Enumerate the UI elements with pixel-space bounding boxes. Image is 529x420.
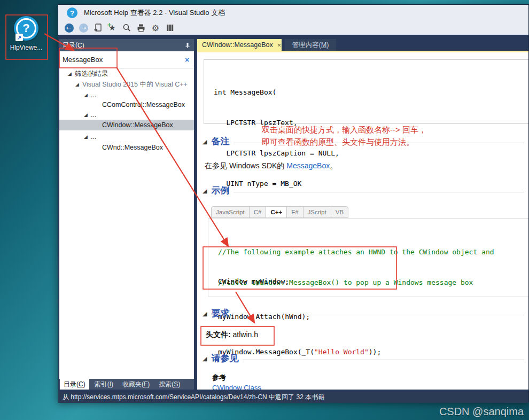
tab-contents[interactable]: 目录(C) bbox=[60, 379, 89, 390]
section-title[interactable]: 示例 bbox=[211, 184, 229, 197]
title-bar[interactable]: ? Microsoft Help 查看器 2.2 - Visual Studio… bbox=[58, 5, 528, 21]
cwindow-class-link[interactable]: CWindow Class bbox=[212, 384, 261, 390]
tab-search[interactable]: 搜索(S) bbox=[155, 379, 184, 390]
status-bar: 从 http://services.mtps.microsoft.com/Ser… bbox=[58, 392, 528, 403]
syntax-code-block: int MessageBox( LPCTSTR lpszText, LPCTST… bbox=[204, 59, 528, 124]
tree-item-filtered-results[interactable]: ◢筛选的结果 bbox=[59, 68, 194, 79]
status-text: 从 http://services.mtps.microsoft.com/Ser… bbox=[63, 393, 324, 402]
forward-icon: → bbox=[79, 24, 88, 33]
print-button[interactable] bbox=[136, 22, 146, 33]
watermark: CSDN @sanqima bbox=[439, 406, 524, 418]
sync-toc-icon bbox=[93, 23, 103, 33]
tree-item-label: Visual Studio 2015 中的 Visual C++ bbox=[82, 80, 188, 89]
shortcut-arrow-icon: ↗ bbox=[15, 34, 23, 41]
tree-item-label: ... bbox=[91, 111, 96, 119]
back-button[interactable]: ← bbox=[64, 22, 74, 33]
manage-content-button[interactable] bbox=[165, 22, 175, 33]
tree-item-cwindow-messagebox-selected[interactable]: CWindow::MessageBox bbox=[59, 120, 194, 130]
section-title[interactable]: 备注 bbox=[211, 135, 229, 147]
help-badge-icon: ? bbox=[67, 7, 77, 18]
books-icon bbox=[165, 23, 175, 33]
section-requirements: ◢ 要求 bbox=[203, 307, 524, 320]
toc-header-accesskey: C bbox=[77, 42, 82, 49]
annotation-note-line1: 双击桌面的快捷方式，输入函数名称--> 回车， bbox=[262, 125, 426, 135]
tree-item-label: CWnd::MessageBox bbox=[102, 144, 163, 151]
help-viewer-window: ? Microsoft Help 查看器 2.2 - Visual Studio… bbox=[58, 4, 529, 402]
remarks-paragraph: 在参见 Windows SDK的 MessageBox。 bbox=[205, 161, 337, 171]
expander-icon[interactable]: ◢ bbox=[68, 71, 72, 76]
collapse-triangle-icon[interactable]: ◢ bbox=[203, 355, 207, 362]
lang-tab-javascript[interactable]: JavaScript bbox=[212, 207, 250, 217]
window-title: Microsoft Help 查看器 2.2 - Visual Studio 文… bbox=[84, 8, 225, 18]
expander-icon[interactable]: ◢ bbox=[75, 82, 79, 87]
back-icon: ← bbox=[65, 24, 74, 33]
tree-item-label: CWindow::MessageBox bbox=[102, 121, 173, 129]
toc-header-label: 目录( bbox=[63, 41, 77, 50]
tree-item-ellipsis[interactable]: ◢... bbox=[59, 131, 194, 142]
lang-tab-cpp[interactable]: C++ bbox=[266, 207, 287, 217]
header-file-requirement: 头文件: atlwin.h bbox=[206, 330, 258, 340]
tree-item-ccomcontrol-messagebox[interactable]: CComControl::MessageBox bbox=[59, 99, 194, 110]
header-file-label: 头文件: bbox=[206, 330, 231, 339]
collapse-triangle-icon[interactable]: ◢ bbox=[203, 138, 207, 145]
collapse-triangle-icon[interactable]: ◢ bbox=[203, 310, 207, 317]
doc-tab-label: CWindow::MessageBox bbox=[202, 41, 273, 49]
toc-tree: ◢筛选的结果 ◢Visual Studio 2015 中的 Visual C++… bbox=[59, 68, 194, 379]
search-input[interactable] bbox=[59, 51, 180, 68]
see-also-subheading: 参考 bbox=[212, 373, 226, 383]
syntax-line: LPCTSTR lpszCaption = NULL, bbox=[214, 148, 339, 158]
pin-icon[interactable] bbox=[184, 42, 191, 49]
header-file-value: atlwin.h bbox=[231, 330, 258, 339]
tree-item-label: CComControl::MessageBox bbox=[102, 101, 185, 108]
desktop-shortcut-help-viewer[interactable]: ? ↗ HlpViewe... bbox=[7, 16, 45, 41]
document-pane: CWindow::MessageBox × 管理内容(M) int Messag… bbox=[197, 39, 528, 390]
close-tab-icon[interactable]: × bbox=[277, 41, 282, 49]
language-tabs: JavaScript C# C++ F# JScript VB bbox=[211, 206, 348, 218]
plus-icon: + bbox=[107, 21, 112, 28]
annotation-note-line2: 即可查看函数的原型、头文件与使用方法。 bbox=[262, 137, 414, 147]
sync-toc-button[interactable] bbox=[92, 22, 103, 33]
search-button[interactable] bbox=[121, 22, 132, 33]
gear-icon: ⚙ bbox=[152, 23, 159, 33]
expander-icon[interactable]: ◢ bbox=[84, 112, 88, 118]
tab-favorites[interactable]: 收藏夹(F) bbox=[119, 379, 153, 390]
settings-button[interactable]: ⚙ bbox=[150, 22, 161, 33]
tree-item-cwnd-messagebox[interactable]: CWnd::MessageBox bbox=[59, 142, 194, 153]
section-title[interactable]: 请参见 bbox=[211, 352, 238, 364]
lang-tab-vb[interactable]: VB bbox=[331, 207, 348, 217]
expander-icon[interactable]: ◢ bbox=[84, 92, 88, 98]
printer-icon bbox=[136, 23, 146, 33]
section-example: ◢ 示例 bbox=[203, 184, 524, 197]
example-code-block: //The following example attaches an HWND… bbox=[208, 218, 528, 297]
lang-tab-csharp[interactable]: C# bbox=[250, 207, 267, 217]
section-title[interactable]: 要求 bbox=[211, 307, 229, 320]
help-viewer-icon: ? ↗ bbox=[14, 16, 38, 41]
expander-icon[interactable]: ◢ bbox=[84, 134, 88, 139]
document-body: int MessageBox( LPCTSTR lpszText, LPCTST… bbox=[197, 52, 528, 390]
messagebox-link[interactable]: MessageBox bbox=[286, 161, 330, 170]
search-icon bbox=[122, 23, 131, 33]
clear-search-icon[interactable]: × bbox=[180, 56, 194, 64]
toc-header-label-end: ) bbox=[82, 42, 84, 49]
toolbar: ← → ★ + bbox=[58, 21, 528, 35]
toc-panel: 目录(C) × ◢筛选的结果 ◢Visual Studio 2015 中的 Vi… bbox=[59, 39, 194, 390]
add-favorite-button[interactable]: ★ + bbox=[107, 22, 118, 33]
shortcut-label: HlpViewe... bbox=[7, 44, 45, 51]
lang-tab-fsharp[interactable]: F# bbox=[287, 207, 303, 217]
syntax-line: int MessageBox( bbox=[214, 87, 339, 97]
tree-item-label: ... bbox=[91, 133, 96, 141]
tab-manage-content[interactable]: 管理内容(M) bbox=[285, 39, 336, 51]
tree-item-ellipsis[interactable]: ◢... bbox=[59, 90, 194, 100]
collapse-triangle-icon[interactable]: ◢ bbox=[203, 188, 207, 195]
document-tabstrip: CWindow::MessageBox × 管理内容(M) bbox=[197, 39, 528, 52]
panel-bottom-tabs: 目录(C) 索引(I) 收藏夹(F) 搜索(S) bbox=[59, 379, 194, 390]
tree-item-ellipsis[interactable]: ◢... bbox=[59, 110, 194, 120]
tab-index[interactable]: 索引(I) bbox=[91, 379, 117, 390]
desktop: ? ↗ HlpViewe... CSDN @sanqima ? Microsof… bbox=[0, 0, 529, 420]
tree-item-vs2015-vc[interactable]: ◢Visual Studio 2015 中的 Visual C++ bbox=[59, 79, 194, 90]
section-see-also: ◢ 请参见 bbox=[203, 352, 524, 364]
tree-item-label: 筛选的结果 bbox=[75, 69, 108, 79]
forward-button[interactable]: → bbox=[78, 22, 89, 33]
tab-cwindow-messagebox[interactable]: CWindow::MessageBox × bbox=[197, 39, 282, 51]
lang-tab-jscript[interactable]: JScript bbox=[304, 207, 331, 217]
